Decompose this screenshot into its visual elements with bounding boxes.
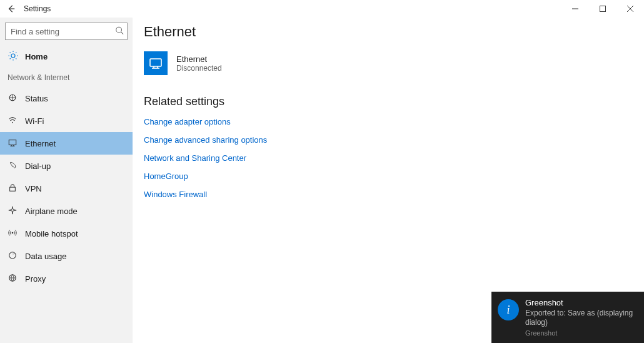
toast-app: Greenshot — [525, 329, 636, 337]
svg-point-10 — [12, 121, 13, 123]
nav-item-label: Status — [25, 94, 48, 103]
datausage-icon — [8, 251, 18, 262]
nav-item-label: Mobile hotspot — [25, 229, 78, 238]
link-change-advanced-sharing[interactable]: Change advanced sharing options — [144, 135, 633, 145]
nav-item-label: Dial-up — [25, 161, 51, 171]
svg-line-6 — [121, 32, 124, 34]
svg-rect-2 — [600, 6, 606, 12]
ethernet-adapter-info: Ethernet Disconnected — [176, 54, 222, 73]
related-heading: Related settings — [144, 95, 633, 108]
nav-item-label: VPN — [25, 184, 42, 193]
nav-item-label: Ethernet — [25, 139, 56, 148]
svg-point-16 — [12, 232, 14, 233]
window-title: Settings — [24, 4, 51, 13]
ethernet-tile-icon — [144, 51, 168, 75]
link-change-adapter-options[interactable]: Change adapter options — [144, 117, 633, 126]
back-button[interactable] — [4, 1, 19, 16]
airplane-icon — [8, 206, 18, 217]
proxy-icon — [8, 274, 18, 284]
nav-item-dialup[interactable]: Dial-up — [0, 155, 133, 177]
minimize-icon — [572, 6, 578, 12]
svg-rect-11 — [9, 140, 16, 145]
nav-item-ethernet[interactable]: Ethernet — [0, 132, 133, 155]
nav-item-status[interactable]: Status — [0, 87, 133, 110]
minimize-button[interactable] — [561, 0, 589, 18]
vpn-icon — [8, 183, 18, 194]
category-label: Network & Internet — [0, 69, 133, 87]
nav-item-label: Wi-Fi — [25, 116, 44, 126]
nav-item-vpn[interactable]: VPN — [0, 177, 133, 200]
nav-item-label: Proxy — [25, 274, 46, 284]
titlebar: Settings — [0, 0, 644, 18]
nav-item-hotspot[interactable]: Mobile hotspot — [0, 222, 133, 245]
nav-item-datausage[interactable]: Data usage — [0, 245, 133, 267]
home-label: Home — [25, 52, 48, 61]
link-homegroup[interactable]: HomeGroup — [144, 172, 633, 181]
svg-rect-15 — [10, 187, 16, 191]
svg-rect-19 — [150, 59, 161, 66]
link-network-sharing-center[interactable]: Network and Sharing Center — [144, 153, 633, 163]
maximize-icon — [600, 6, 606, 12]
search-icon — [115, 26, 124, 37]
adapter-name: Ethernet — [176, 54, 222, 64]
search-wrap — [5, 23, 128, 40]
toast-body: Exported to: Save as (displaying dialog) — [525, 309, 636, 327]
notification-toast[interactable]: i Greenshot Exported to: Save as (displa… — [491, 292, 644, 343]
ethernet-icon — [8, 138, 18, 149]
nav-item-label: Airplane mode — [25, 207, 78, 216]
back-arrow-icon — [7, 4, 16, 13]
maximize-button[interactable] — [589, 0, 616, 18]
nav-item-proxy[interactable]: Proxy — [0, 267, 133, 290]
home-button[interactable]: Home — [0, 45, 133, 69]
nav-item-label: Data usage — [25, 252, 67, 261]
status-icon — [8, 93, 18, 104]
toast-title: Greenshot — [525, 298, 636, 307]
svg-point-5 — [116, 27, 122, 33]
wifi-icon — [8, 116, 18, 126]
gear-icon — [8, 50, 19, 63]
sidebar: Home Network & Internet Status Wi-Fi Eth… — [0, 18, 133, 343]
close-icon — [627, 6, 633, 12]
hotspot-icon — [8, 228, 18, 239]
page-heading: Ethernet — [144, 24, 633, 40]
close-button[interactable] — [616, 0, 644, 18]
link-windows-firewall[interactable]: Windows Firewall — [144, 190, 633, 199]
nav-item-wifi[interactable]: Wi-Fi — [0, 110, 133, 132]
nav-item-airplane[interactable]: Airplane mode — [0, 200, 133, 222]
dialup-icon — [8, 161, 18, 172]
search-input[interactable] — [5, 23, 128, 40]
info-icon: i — [498, 299, 519, 320]
nav-list: Status Wi-Fi Ethernet Dial-up VPN Airpla… — [0, 87, 133, 290]
ethernet-adapter-row[interactable]: Ethernet Disconnected — [144, 51, 633, 75]
related-links: Change adapter options Change advanced s… — [144, 117, 633, 199]
adapter-state: Disconnected — [176, 64, 222, 73]
